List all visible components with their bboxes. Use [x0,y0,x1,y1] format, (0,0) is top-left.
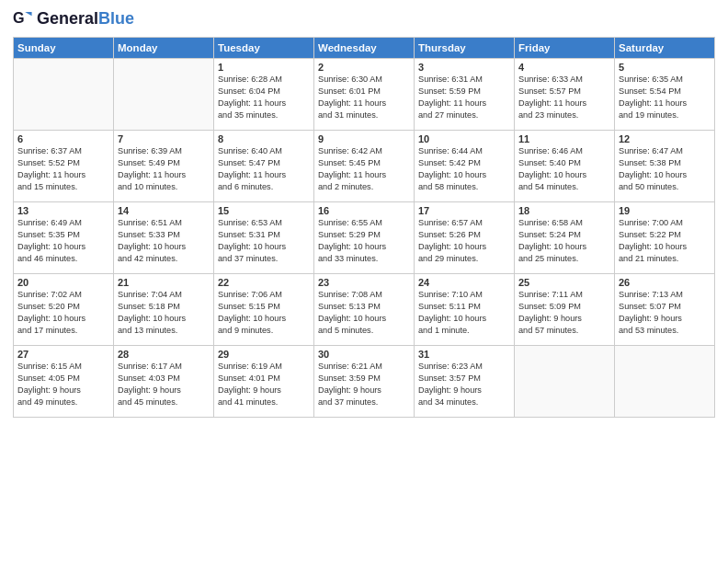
svg-text:G: G [13,9,25,26]
cell-info: Sunrise: 6:21 AMSunset: 3:59 PMDaylight:… [318,361,410,408]
weekday-header-monday: Monday [114,38,214,59]
weekday-header-friday: Friday [515,38,615,59]
logo: G GeneralBlue [13,9,134,29]
calendar-cell: 13Sunrise: 6:49 AMSunset: 5:35 PMDayligh… [14,202,114,274]
cell-info: Sunrise: 6:17 AMSunset: 4:03 PMDaylight:… [118,361,210,408]
day-number: 21 [118,277,210,288]
cell-info: Sunrise: 6:39 AMSunset: 5:49 PMDaylight:… [118,145,210,193]
cell-info: Sunrise: 6:23 AMSunset: 3:57 PMDaylight:… [418,361,510,408]
cell-info: Sunrise: 6:51 AMSunset: 5:33 PMDaylight:… [118,217,210,265]
calendar-cell: 29Sunrise: 6:19 AMSunset: 4:01 PMDayligh… [214,346,314,418]
calendar-cell: 16Sunrise: 6:55 AMSunset: 5:29 PMDayligh… [314,202,415,274]
calendar-body: 1Sunrise: 6:28 AMSunset: 6:04 PMDaylight… [14,59,715,418]
calendar-page: G GeneralBlue SundayMondayTuesdayWednesd… [0,0,728,563]
cell-info: Sunrise: 6:44 AMSunset: 5:42 PMDaylight:… [418,145,510,193]
day-number: 1 [218,62,310,73]
day-number: 11 [518,133,610,144]
calendar-cell [615,346,715,418]
week-row-4: 20Sunrise: 7:02 AMSunset: 5:20 PMDayligh… [14,274,715,346]
calendar-cell: 30Sunrise: 6:21 AMSunset: 3:59 PMDayligh… [314,346,415,418]
weekday-header-wednesday: Wednesday [314,38,415,59]
day-number: 13 [17,205,109,216]
calendar-cell: 19Sunrise: 7:00 AMSunset: 5:22 PMDayligh… [615,202,715,274]
calendar-cell: 17Sunrise: 6:57 AMSunset: 5:26 PMDayligh… [415,202,515,274]
weekday-header-row: SundayMondayTuesdayWednesdayThursdayFrid… [14,38,715,59]
day-number: 15 [218,205,310,216]
day-number: 7 [118,133,210,144]
day-number: 23 [318,277,410,288]
week-row-2: 6Sunrise: 6:37 AMSunset: 5:52 PMDaylight… [14,131,715,202]
day-number: 8 [218,133,310,144]
calendar-cell: 3Sunrise: 6:31 AMSunset: 5:59 PMDaylight… [415,59,515,131]
day-number: 10 [418,133,510,144]
calendar-cell: 1Sunrise: 6:28 AMSunset: 6:04 PMDaylight… [214,59,314,131]
cell-info: Sunrise: 6:47 AMSunset: 5:38 PMDaylight:… [619,145,711,193]
day-number: 9 [318,133,410,144]
weekday-header-thursday: Thursday [415,38,515,59]
calendar-cell: 28Sunrise: 6:17 AMSunset: 4:03 PMDayligh… [114,346,214,418]
weekday-header-tuesday: Tuesday [214,38,314,59]
cell-info: Sunrise: 6:46 AMSunset: 5:40 PMDaylight:… [518,145,610,193]
cell-info: Sunrise: 7:08 AMSunset: 5:13 PMDaylight:… [318,289,410,337]
cell-info: Sunrise: 6:57 AMSunset: 5:26 PMDaylight:… [418,217,510,265]
day-number: 6 [17,133,109,144]
calendar-cell: 2Sunrise: 6:30 AMSunset: 6:01 PMDaylight… [314,59,415,131]
cell-info: Sunrise: 7:06 AMSunset: 5:15 PMDaylight:… [218,289,310,337]
calendar-cell: 11Sunrise: 6:46 AMSunset: 5:40 PMDayligh… [515,131,615,202]
calendar-cell: 10Sunrise: 6:44 AMSunset: 5:42 PMDayligh… [415,131,515,202]
cell-info: Sunrise: 6:19 AMSunset: 4:01 PMDaylight:… [218,361,310,408]
header: G GeneralBlue [13,9,715,29]
day-number: 4 [518,62,610,73]
cell-info: Sunrise: 7:00 AMSunset: 5:22 PMDaylight:… [619,217,711,265]
calendar-cell: 21Sunrise: 7:04 AMSunset: 5:18 PMDayligh… [114,274,214,346]
week-row-3: 13Sunrise: 6:49 AMSunset: 5:35 PMDayligh… [14,202,715,274]
calendar-cell: 31Sunrise: 6:23 AMSunset: 3:57 PMDayligh… [415,346,515,418]
day-number: 17 [418,205,510,216]
calendar-cell [14,59,114,131]
cell-info: Sunrise: 6:35 AMSunset: 5:54 PMDaylight:… [619,74,711,121]
calendar-cell [114,59,214,131]
day-number: 3 [418,62,510,73]
day-number: 28 [118,349,210,360]
cell-info: Sunrise: 6:49 AMSunset: 5:35 PMDaylight:… [17,217,109,265]
day-number: 30 [318,349,410,360]
cell-info: Sunrise: 6:40 AMSunset: 5:47 PMDaylight:… [218,145,310,193]
calendar-cell: 14Sunrise: 6:51 AMSunset: 5:33 PMDayligh… [114,202,214,274]
weekday-header-sunday: Sunday [14,38,114,59]
day-number: 24 [418,277,510,288]
calendar-cell: 23Sunrise: 7:08 AMSunset: 5:13 PMDayligh… [314,274,415,346]
day-number: 26 [619,277,711,288]
day-number: 22 [218,277,310,288]
calendar-table: SundayMondayTuesdayWednesdayThursdayFrid… [13,37,715,418]
cell-info: Sunrise: 6:28 AMSunset: 6:04 PMDaylight:… [218,74,310,121]
day-number: 27 [17,349,109,360]
calendar-cell: 26Sunrise: 7:13 AMSunset: 5:07 PMDayligh… [615,274,715,346]
day-number: 16 [318,205,410,216]
cell-info: Sunrise: 7:02 AMSunset: 5:20 PMDaylight:… [17,289,109,337]
day-number: 18 [518,205,610,216]
cell-info: Sunrise: 6:31 AMSunset: 5:59 PMDaylight:… [418,74,510,121]
day-number: 14 [118,205,210,216]
calendar-cell: 5Sunrise: 6:35 AMSunset: 5:54 PMDaylight… [615,59,715,131]
calendar-cell [515,346,615,418]
cell-info: Sunrise: 6:58 AMSunset: 5:24 PMDaylight:… [518,217,610,265]
calendar-cell: 15Sunrise: 6:53 AMSunset: 5:31 PMDayligh… [214,202,314,274]
calendar-cell: 7Sunrise: 6:39 AMSunset: 5:49 PMDaylight… [114,131,214,202]
cell-info: Sunrise: 6:53 AMSunset: 5:31 PMDaylight:… [218,217,310,265]
week-row-5: 27Sunrise: 6:15 AMSunset: 4:05 PMDayligh… [14,346,715,418]
cell-info: Sunrise: 7:04 AMSunset: 5:18 PMDaylight:… [118,289,210,337]
cell-info: Sunrise: 6:30 AMSunset: 6:01 PMDaylight:… [318,74,410,121]
day-number: 31 [418,349,510,360]
day-number: 12 [619,133,711,144]
calendar-cell: 24Sunrise: 7:10 AMSunset: 5:11 PMDayligh… [415,274,515,346]
calendar-cell: 20Sunrise: 7:02 AMSunset: 5:20 PMDayligh… [14,274,114,346]
logo-icon: G [13,9,33,29]
calendar-cell: 4Sunrise: 6:33 AMSunset: 5:57 PMDaylight… [515,59,615,131]
cell-info: Sunrise: 6:55 AMSunset: 5:29 PMDaylight:… [318,217,410,265]
calendar-cell: 18Sunrise: 6:58 AMSunset: 5:24 PMDayligh… [515,202,615,274]
day-number: 20 [17,277,109,288]
calendar-cell: 6Sunrise: 6:37 AMSunset: 5:52 PMDaylight… [14,131,114,202]
calendar-cell: 12Sunrise: 6:47 AMSunset: 5:38 PMDayligh… [615,131,715,202]
cell-info: Sunrise: 7:11 AMSunset: 5:09 PMDaylight:… [518,289,610,337]
calendar-cell: 25Sunrise: 7:11 AMSunset: 5:09 PMDayligh… [515,274,615,346]
